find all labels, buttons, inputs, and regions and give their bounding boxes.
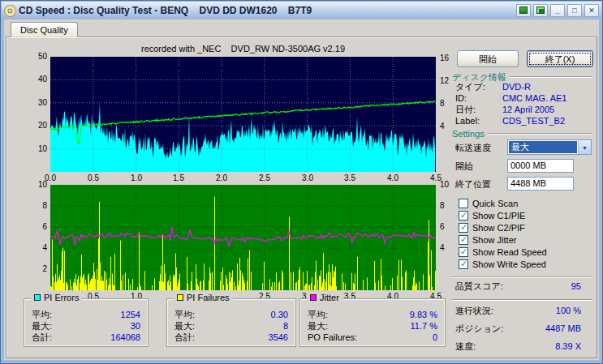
axis-label: 10 (26, 144, 47, 154)
axis-label: 50 (26, 52, 47, 62)
transfer-speed-combobox[interactable]: 最大 ▼ (507, 139, 592, 155)
pi-failures-jitter-chart: 108642108640.00.51.01.52.02.53.03.54.04.… (50, 185, 436, 290)
pi-failures-stats-title: PI Failures (187, 293, 230, 302)
stat-label: 最大: (308, 320, 328, 332)
checkbox-show-jitter[interactable]: Show Jitter (459, 233, 592, 246)
side-panel: 開始 終了(X) ディスク情報 タイプ:DVD-RID:CMC MAG. AE1… (450, 46, 594, 353)
recorder-info-text: recorded with _NEC DVD_RW ND-3500AG v2.1… (50, 44, 436, 54)
axis-label: 4 (440, 122, 445, 131)
axis-label: 6 (440, 222, 445, 232)
stat-row: 最大:8 (174, 320, 288, 332)
disc-info-rows: タイプ:DVD-RID:CMC MAG. AE1日付:12 April 2005… (455, 82, 592, 129)
stat-value: 9.83 % (410, 309, 437, 320)
disc-info-row: タイプ:DVD-R (455, 82, 592, 92)
checkbox-show-c1-pie[interactable]: Show C1/PIE (459, 209, 592, 221)
axis-label: 1.5 (168, 173, 189, 183)
checkbox-show-write-speed[interactable]: Show Write Speed (459, 258, 592, 270)
quality-score-row: 品質スコア: 95 (455, 281, 581, 292)
section-divider-line (488, 133, 592, 135)
checkbox-label: Show Read Speed (472, 247, 547, 257)
stat-value: 3546 (269, 332, 288, 343)
stat-value: 1254 (121, 309, 140, 320)
axis-label: 4 (26, 243, 47, 253)
stat-value: 0.30 (271, 309, 288, 320)
disc-info-label: タイプ: (455, 82, 502, 92)
axis-label: 2.0 (211, 173, 232, 183)
end-position-input[interactable]: 4488 MB (507, 177, 574, 191)
tab-page: recorded with _NEC DVD_RW ND-3500AG v2.1… (6, 36, 597, 358)
section-divider-line (510, 76, 592, 78)
axis-label: 4.0 (382, 173, 403, 183)
chart-icon[interactable] (516, 4, 531, 17)
stat-row: 最大:30 (32, 320, 140, 332)
progress-label: 進行状況: (455, 306, 493, 316)
checkbox-box[interactable] (459, 259, 468, 269)
pi-errors-stat-rows: 平均:1254最大:30合計:164068 (32, 309, 140, 343)
stat-label: 平均: (32, 309, 52, 320)
disc-grid-icon-glyph (536, 6, 545, 14)
disc-info-value: CMC MAG. AE1 (502, 93, 566, 103)
checkbox-label: Show Jitter (472, 235, 516, 245)
position-value: 4487 MB (545, 323, 581, 334)
checkbox-show-c2-pif[interactable]: Show C2/PIF (459, 221, 592, 233)
axis-label: 30 (26, 98, 47, 108)
jitter-stats-header: Jitter (307, 293, 342, 302)
disc-info-section-header: ディスク情報 (452, 72, 592, 82)
disc-grid-icon[interactable] (533, 4, 548, 17)
checkbox-box[interactable] (459, 235, 468, 245)
stat-value: 30 (131, 320, 140, 332)
start-position-input[interactable]: 0000 MB (507, 159, 574, 173)
axis-label: 3.5 (339, 173, 360, 183)
transfer-speed-selected-value: 最大 (509, 141, 577, 153)
stat-row: 合計:3546 (174, 332, 288, 343)
pi-errors-swatch-icon (34, 294, 41, 301)
stat-label: PO Failures: (308, 332, 357, 343)
disc-info-value: 12 April 2005 (502, 105, 554, 114)
axis-label: 2.5 (254, 173, 275, 183)
checkbox-show-read-speed[interactable]: Show Read Speed (459, 246, 592, 258)
settings-header-label: Settings (452, 129, 485, 139)
axis-label: 12 (440, 76, 449, 86)
axis-label: 3.0 (297, 173, 318, 183)
options-checkbox-list: Quick ScanShow C1/PIEShow C2/PIFShow Jit… (459, 197, 592, 270)
speed-value: 8.39 X (555, 341, 581, 352)
disc-info-row: ID:CMC MAG. AE1 (455, 93, 592, 104)
disc-info-label: Label: (455, 116, 502, 126)
checkbox-quick-scan[interactable]: Quick Scan (459, 197, 592, 209)
axis-label: 40 (26, 75, 47, 84)
stat-row: 合計:164068 (32, 332, 140, 343)
pi-errors-stats-header: PI Errors (31, 293, 82, 302)
divider (452, 299, 592, 301)
quality-score-label: 品質スコア: (455, 281, 503, 292)
settings-section-header: Settings (452, 129, 592, 139)
position-row: ポジション: 4487 MB (455, 323, 581, 334)
disc-info-row: 日付:12 April 2005 (455, 105, 592, 115)
speed-row: 速度: 8.39 X (455, 341, 581, 352)
stat-label: 最大: (174, 320, 195, 332)
stat-row: 最大:11.7 % (308, 320, 437, 332)
stat-row: PO Failures:0 (308, 332, 437, 343)
start-button[interactable]: 開始 (457, 50, 519, 67)
checkbox-box[interactable] (459, 247, 468, 257)
checkbox-box[interactable] (459, 199, 468, 208)
disc-info-label: 日付: (455, 105, 502, 115)
checkbox-label: Show C1/PIE (472, 211, 525, 221)
chart-icon-glyph (519, 6, 528, 14)
axis-label: 0.5 (83, 173, 104, 183)
disc-info-row: Label:CDS_TEST_B2 (455, 116, 592, 126)
checkbox-label: Show C2/PIF (472, 223, 525, 233)
axis-label: 2 (26, 264, 47, 274)
checkbox-label: Show Write Speed (472, 259, 546, 269)
checkbox-box[interactable] (459, 211, 468, 221)
close-button[interactable]: ✕ (584, 4, 599, 17)
minimize-button[interactable]: _ (550, 4, 565, 17)
stat-label: 最大: (32, 320, 52, 332)
axis-label: 8 (440, 99, 445, 109)
exit-button[interactable]: 終了(X) (527, 50, 593, 67)
stat-label: 平均: (174, 309, 195, 320)
checkbox-box[interactable] (459, 223, 468, 233)
combobox-dropdown-button[interactable]: ▼ (578, 140, 591, 154)
maximize-button[interactable]: □ (567, 4, 582, 17)
tab-disc-quality[interactable]: Disc Quality (11, 22, 78, 37)
title-bar[interactable]: CD Speed : Disc Quality Test - BENQ DVD … (2, 2, 601, 19)
